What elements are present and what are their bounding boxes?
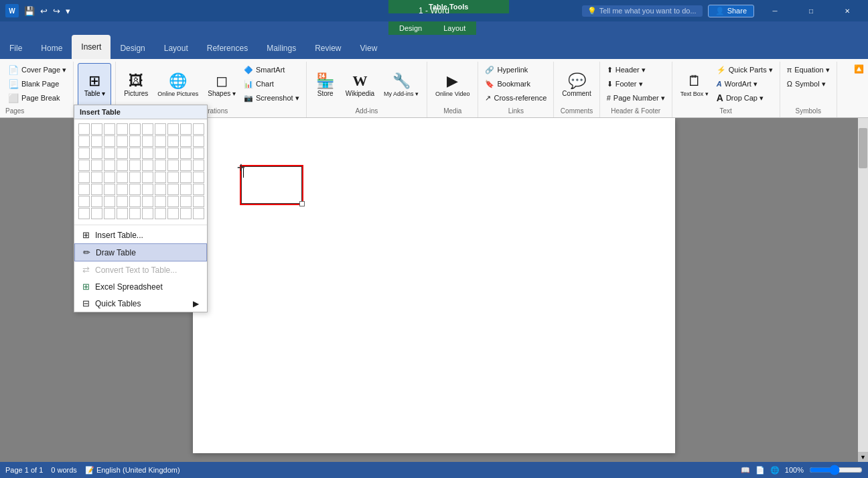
grid-cell[interactable] — [78, 160, 90, 171]
grid-cell[interactable] — [129, 208, 141, 219]
cover-page-button[interactable]: 📄 Cover Page ▾ — [5, 63, 69, 76]
grid-cell[interactable] — [78, 172, 90, 183]
minimize-button[interactable]: ─ — [760, 0, 790, 21]
grid-cell[interactable] — [129, 172, 141, 183]
grid-cell[interactable] — [104, 123, 115, 135]
grid-cell[interactable] — [193, 135, 204, 147]
grid-cell[interactable] — [180, 172, 192, 183]
grid-cell[interactable] — [155, 172, 166, 183]
grid-cell[interactable] — [78, 123, 90, 135]
grid-cell[interactable] — [155, 184, 166, 195]
tab-design[interactable]: Design — [111, 38, 154, 59]
grid-cell[interactable] — [167, 184, 179, 195]
grid-cell[interactable] — [193, 172, 204, 183]
tab-table-layout[interactable]: Layout — [433, 21, 476, 35]
tell-me-box[interactable]: 💡 Tell me what you want to do... — [582, 5, 703, 17]
grid-cell[interactable] — [91, 135, 102, 147]
share-button[interactable]: 👤 Share — [708, 5, 754, 17]
grid-cell[interactable] — [91, 147, 102, 159]
grid-cell[interactable] — [180, 160, 192, 171]
grid-cell[interactable] — [117, 172, 128, 183]
store-button[interactable]: 🏪 Store — [311, 63, 340, 107]
text-box-button[interactable]: 🗒 Text Box ▾ — [676, 63, 713, 107]
grid-cell[interactable] — [167, 208, 179, 219]
grid-cell[interactable] — [142, 208, 153, 219]
grid-cell[interactable] — [167, 123, 179, 135]
tab-references[interactable]: References — [198, 38, 257, 59]
grid-cell[interactable] — [180, 196, 192, 207]
grid-cell[interactable] — [167, 147, 179, 159]
grid-cell[interactable] — [155, 160, 166, 171]
symbol-button[interactable]: Ω Symbol ▾ — [784, 77, 833, 91]
grid-cell[interactable] — [104, 147, 115, 159]
grid-cell[interactable] — [193, 184, 204, 195]
grid-cell[interactable] — [91, 172, 102, 183]
drop-cap-button[interactable]: A Drop Cap ▾ — [714, 91, 776, 105]
smartart-button[interactable]: 🔷 SmartArt — [241, 63, 302, 76]
my-addins-button[interactable]: 🔧 My Add-ins ▾ — [380, 63, 423, 107]
redo-icon[interactable]: ↪ — [52, 5, 62, 17]
grid-cell[interactable] — [180, 208, 192, 219]
table-move-handle[interactable]: ✛ — [237, 162, 245, 173]
tab-mailings[interactable]: Mailings — [257, 38, 305, 59]
grid-cell[interactable] — [78, 208, 90, 219]
grid-cell[interactable] — [91, 160, 102, 171]
grid-cell[interactable] — [129, 135, 141, 147]
grid-cell[interactable] — [117, 208, 128, 219]
grid-cell[interactable] — [142, 135, 153, 147]
comment-button[interactable]: 💬 Comment — [558, 63, 595, 107]
grid-cell[interactable] — [142, 147, 153, 159]
tab-insert[interactable]: Insert — [72, 35, 111, 59]
excel-spreadsheet-menu-item[interactable]: ⊞ Excel Spreadsheet — [74, 278, 207, 295]
save-icon[interactable]: 💾 — [23, 5, 36, 17]
grid-cell[interactable] — [78, 196, 90, 207]
grid-cell[interactable] — [142, 196, 153, 207]
restore-button[interactable]: □ — [796, 0, 826, 21]
ribbon-collapse-button[interactable]: 🔼 — [851, 62, 867, 76]
customize-icon[interactable]: ▾ — [64, 5, 72, 17]
view-icon-read[interactable]: 📖 — [741, 466, 750, 475]
grid-cell[interactable] — [78, 135, 90, 147]
draw-table-menu-item[interactable]: ✏ Draw Table — [74, 243, 207, 261]
table-grid[interactable] — [74, 119, 207, 223]
tab-table-design[interactable]: Design — [388, 21, 433, 35]
chart-button[interactable]: 📊 Chart — [241, 77, 302, 91]
grid-cell[interactable] — [78, 184, 90, 195]
grid-cell[interactable] — [104, 172, 115, 183]
page-break-button[interactable]: ⬜ Page Break — [5, 91, 69, 105]
grid-cell[interactable] — [193, 196, 204, 207]
online-pictures-button[interactable]: 🌐 Online Pictures — [153, 63, 202, 107]
grid-cell[interactable] — [180, 184, 192, 195]
grid-cell[interactable] — [193, 160, 204, 171]
grid-cell[interactable] — [193, 147, 204, 159]
grid-cell[interactable] — [117, 123, 128, 135]
grid-cell[interactable] — [104, 196, 115, 207]
grid-cell[interactable] — [104, 184, 115, 195]
online-video-button[interactable]: ▶ Online Video — [431, 63, 474, 107]
grid-cell[interactable] — [104, 135, 115, 147]
grid-cell[interactable] — [104, 208, 115, 219]
grid-cell[interactable] — [167, 160, 179, 171]
grid-cell[interactable] — [78, 147, 90, 159]
grid-cell[interactable] — [129, 147, 141, 159]
tab-home[interactable]: Home — [31, 38, 72, 59]
bookmark-button[interactable]: 🔖 Bookmark — [482, 77, 549, 91]
cross-reference-button[interactable]: ↗ Cross-reference — [482, 91, 549, 105]
grid-cell[interactable] — [155, 135, 166, 147]
grid-cell[interactable] — [193, 123, 204, 135]
scroll-down-button[interactable]: ▼ — [858, 452, 868, 462]
grid-cell[interactable] — [155, 208, 166, 219]
grid-cell[interactable] — [91, 208, 102, 219]
grid-cell[interactable] — [142, 160, 153, 171]
tab-view[interactable]: View — [351, 38, 387, 59]
grid-cell[interactable] — [117, 196, 128, 207]
grid-cell[interactable] — [180, 135, 192, 147]
grid-cell[interactable] — [104, 160, 115, 171]
grid-cell[interactable] — [129, 196, 141, 207]
footer-button[interactable]: ⬇ Footer ▾ — [604, 77, 668, 91]
quick-parts-button[interactable]: ⚡ Quick Parts ▾ — [714, 63, 776, 76]
grid-cell[interactable] — [129, 160, 141, 171]
grid-cell[interactable] — [167, 196, 179, 207]
grid-cell[interactable] — [155, 147, 166, 159]
grid-cell[interactable] — [117, 184, 128, 195]
